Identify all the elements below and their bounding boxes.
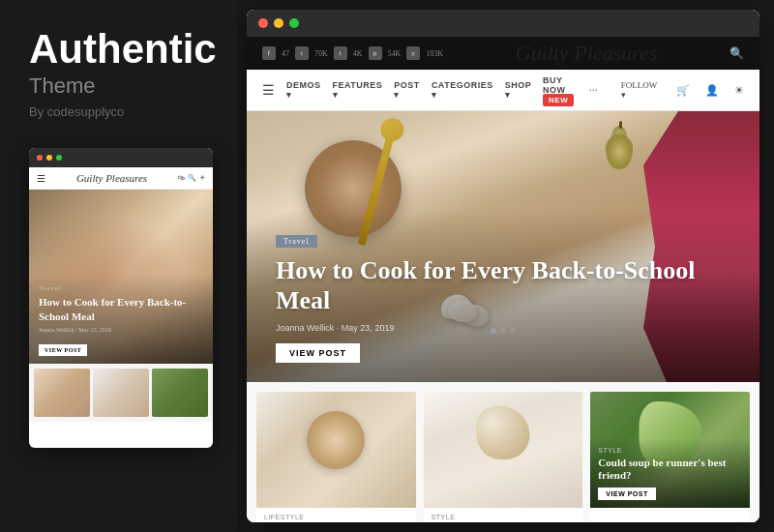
sub-card-3-image: Style Could soup be runner's best friend… xyxy=(590,392,750,508)
tw-count: 70K xyxy=(314,49,328,58)
main-browser-mockup: f 47 t 70K i 4K p 54K y 183K Guilty Plea… xyxy=(247,10,759,522)
nav-demos[interactable]: DEMOS ▾ xyxy=(286,80,321,100)
pin-count: 54K xyxy=(388,49,402,58)
user-icon[interactable]: 👤 xyxy=(705,84,719,97)
mini-logo: Guilty Pleasures xyxy=(76,172,147,184)
sub-card-2: Style Where Your Fruits and Vegetables A… xyxy=(424,392,583,522)
mini-sub-images xyxy=(29,364,213,422)
sub-card-3: Style Could soup be runner's best friend… xyxy=(590,392,750,522)
twitter-icon: t xyxy=(295,46,309,60)
mini-browser-mockup: ☰ Guilty Pleasures 🛍 🔍 ☀ Travel How to C… xyxy=(29,148,213,448)
sub-card-1-image xyxy=(256,392,416,508)
sub-card-1: Lifestyle 8 Winter Foods for Glowing Ski… xyxy=(256,392,416,522)
mini-search-icon: 🔍 xyxy=(188,174,196,182)
mini-sub-image-1 xyxy=(34,369,90,417)
mini-sub-image-2 xyxy=(93,369,149,417)
pear-body xyxy=(606,134,633,169)
nav-buy-now[interactable]: BUY NOW NEW xyxy=(543,75,578,104)
social-bar: f 47 t 70K i 4K p 54K y 183K Guilty Plea… xyxy=(247,37,759,70)
mini-minimize-dot xyxy=(46,155,52,161)
ig-count: 4K xyxy=(353,49,363,58)
mini-hero-category: Travel xyxy=(39,284,203,292)
sub-card-2-image xyxy=(424,392,583,508)
main-close-dot xyxy=(258,18,268,28)
main-titlebar xyxy=(247,10,759,37)
facebook-icon: f xyxy=(262,46,276,60)
sub-card-1-food-deco xyxy=(307,411,365,469)
left-panel: Authentic Theme By codesupplyco ☰ Guilty… xyxy=(0,0,237,532)
hero-title: How to Cook for Every Back-to-School Mea… xyxy=(276,255,730,315)
mini-hero-meta: Joanna Wellick / May 23, 2019 xyxy=(39,327,203,333)
brand-title: Authentic xyxy=(29,29,218,70)
social-icons-group: f 47 t 70K i 4K p 54K y 183K xyxy=(262,46,443,60)
main-expand-dot xyxy=(289,18,299,28)
mini-close-dot xyxy=(37,155,43,161)
main-search-icon[interactable]: 🔍 xyxy=(729,46,744,61)
mini-topbar: ☰ Guilty Pleasures 🛍 🔍 ☀ xyxy=(29,167,213,190)
sun-icon[interactable]: ☀ xyxy=(734,84,744,97)
sub-card-1-content: Lifestyle 8 Winter Foods for Glowing Ski… xyxy=(256,508,416,522)
main-minimize-dot xyxy=(274,18,283,28)
mini-user-icon: ☀ xyxy=(199,174,205,182)
yt-count: 183K xyxy=(426,49,443,58)
nav-follow[interactable]: FOLLOW ▾ xyxy=(621,80,657,100)
main-hero-overlay: Travel How to Cook for Every Back-to-Sch… xyxy=(247,211,759,382)
brand-author: By codesupplyco xyxy=(29,104,218,119)
youtube-icon: y xyxy=(406,46,420,60)
nav-features[interactable]: FEATURES ▾ xyxy=(333,80,383,100)
mini-view-post-button[interactable]: VIEW POST xyxy=(39,344,87,356)
mini-hero-overlay: Travel How to Cook for Every Back-to-Sch… xyxy=(29,275,213,364)
pinterest-icon: p xyxy=(369,46,382,60)
mini-header-icons: 🛍 🔍 ☀ xyxy=(178,174,205,182)
mini-hero: Travel How to Cook for Every Back-to-Sch… xyxy=(29,190,213,364)
mini-content: ☰ Guilty Pleasures 🛍 🔍 ☀ Travel How to C… xyxy=(29,167,213,422)
mini-expand-dot xyxy=(56,155,62,161)
mini-sub-image-3 xyxy=(152,369,208,417)
sub-card-1-category: Lifestyle xyxy=(264,514,408,520)
fb-count: 47 xyxy=(282,49,289,58)
main-hero-section: Travel How to Cook for Every Back-to-Sch… xyxy=(247,111,759,382)
main-navbar: ☰ DEMOS ▾ FEATURES ▾ POST ▾ CATEGORIES ▾… xyxy=(247,70,759,111)
mini-titlebar xyxy=(29,148,213,167)
hero-category-tag: Travel xyxy=(276,235,317,248)
main-content: f 47 t 70K i 4K p 54K y 183K Guilty Plea… xyxy=(247,37,759,522)
hero-meta: Joanna Wellick · May 23, 2019 xyxy=(276,323,730,333)
hero-view-post-button[interactable]: VIEW POST xyxy=(276,343,360,363)
hamburger-icon[interactable]: ☰ xyxy=(262,82,275,99)
spoon-head xyxy=(378,115,406,143)
main-site-logo: Guilty Pleasures xyxy=(443,41,729,66)
sub-card-3-category: Style xyxy=(598,447,742,454)
sub-card-3-overlay: Style Could soup be runner's best friend… xyxy=(590,392,750,508)
nav-more-dots[interactable]: ··· xyxy=(589,83,598,98)
sub-card-2-food-deco xyxy=(477,406,530,459)
mini-hero-title: How to Cook for Every Back-to-School Mea… xyxy=(39,295,203,323)
nav-shop[interactable]: SHOP ▾ xyxy=(505,80,531,100)
sub-card-3-view-post-button[interactable]: VIEW POST xyxy=(598,488,655,500)
food-pear-decoration xyxy=(605,126,634,169)
nav-post[interactable]: POST ▾ xyxy=(394,80,420,100)
sub-cards-grid: Lifestyle 8 Winter Foods for Glowing Ski… xyxy=(247,382,759,522)
pear-stem xyxy=(619,121,622,129)
sub-card-3-title: Could soup be runner's best friend? xyxy=(598,457,742,482)
mini-bag-icon: 🛍 xyxy=(178,174,185,182)
brand-subtitle: Theme xyxy=(29,74,218,99)
sub-card-2-content: Style Where Your Fruits and Vegetables A… xyxy=(424,508,583,522)
nav-categories[interactable]: CATEGORIES ▾ xyxy=(432,80,493,100)
sub-card-2-category: Style xyxy=(432,514,576,520)
mini-menu-icon: ☰ xyxy=(37,173,45,184)
cart-icon[interactable]: 🛒 xyxy=(676,84,690,97)
instagram-icon: i xyxy=(334,46,347,60)
